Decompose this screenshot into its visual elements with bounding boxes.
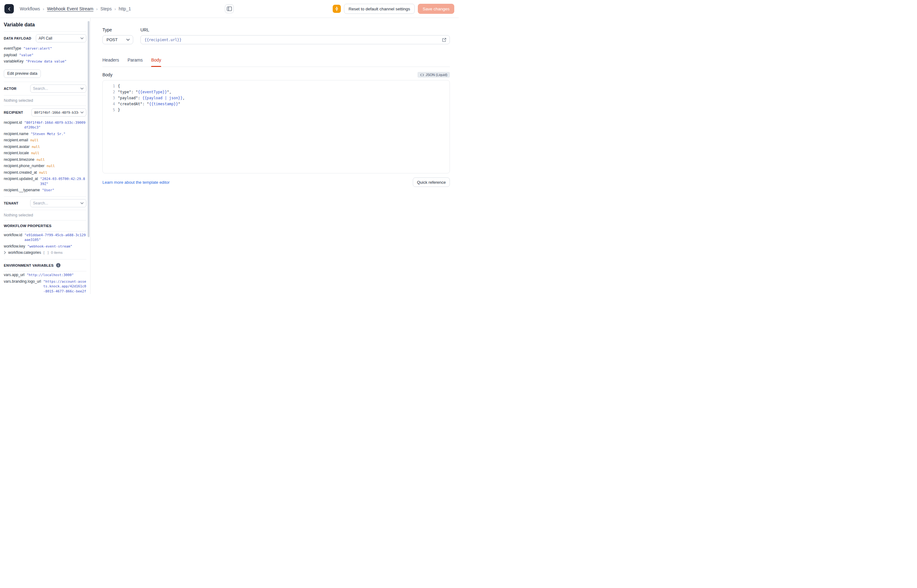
recipient-section: RECIPIENT 80f1f4bf-166d-48f9-b33c recipi… [4,106,86,197]
reset-channel-settings-button[interactable]: Reset to default channel settings [344,4,415,14]
variable-row: workflow.id"e91ddae4-7f99-45cb-a688-3c12… [4,233,86,242]
sidebar-scrollbar[interactable] [88,21,90,237]
external-link-icon[interactable] [442,38,446,42]
variable-row: recipient.created_atnull [4,170,86,175]
breadcrumb-link-workflow-name[interactable]: Webhook Event Stream [47,6,94,11]
chevron-down-icon [81,37,84,39]
editor-footer: Learn more about the template editor Qui… [102,178,450,187]
variable-row: eventType "server:alert" [4,46,86,51]
recipient-select[interactable]: 80f1f4bf-166d-48f9-b33c [31,108,86,116]
workflow-properties-rows: workflow.id"e91ddae4-7f99-45cb-a688-3c12… [4,231,86,260]
tab-headers[interactable]: Headers [102,58,119,66]
info-icon[interactable] [56,263,61,268]
data-payload-label: DATA PAYLOAD [4,36,31,40]
environment-variables-rows: vars.app_url"http://localhost:3000" vars… [4,271,86,294]
type-label: Type [102,27,133,32]
breadcrumb-separator: › [96,6,97,11]
line-number: 5 [103,107,115,113]
sidebar-title-section: Variable data [4,18,86,32]
line-number: 2 [103,89,115,95]
variable-row: recipient.name"Steven Metz Sr." [4,132,86,137]
variable-row: vars.branding.logo_url"https://account-a… [4,279,86,294]
recipient-label: RECIPIENT [4,111,23,114]
body-section-label: Body [102,72,113,77]
url-value: {{recipient.url}} [145,38,182,42]
request-config-row: Type POST URL {{recipient.url}} [102,27,450,44]
url-label: URL [140,27,450,32]
variable-row: recipient.id"80f1f4bf-166d-48f9-b33c-390… [4,120,86,130]
chevron-down-icon [81,202,84,204]
tenant-empty-text: Nothing selected [4,210,86,220]
line-number: 1 [103,83,115,89]
code-line: 3 "payload": {{payload | json}}, [103,95,450,101]
top-bar: Workflows › Webhook Event Stream › Steps… [0,0,458,18]
breadcrumb-separator: › [115,6,116,11]
type-field: Type POST [102,27,133,44]
commit-status-badge[interactable] [333,5,341,13]
panel-toggle-button[interactable] [225,5,234,13]
request-tabs: Headers Params Body [102,58,450,67]
tenant-label: TENANT [4,201,19,205]
breadcrumb-item-workflows[interactable]: Workflows [20,6,40,11]
sidebar-toggle-icon [227,6,232,11]
variable-row: recipient.emailnull [4,138,86,143]
method-select[interactable]: POST [102,35,133,44]
request-editor-panel: Type POST URL {{recipient.url}} [90,18,458,294]
chevron-down-icon [81,88,84,89]
git-commit-icon [334,6,339,11]
save-changes-button[interactable]: Save changes [418,4,454,14]
environment-variables-header-section: ENVIRONMENT VARIABLES [4,260,86,271]
actor-search-select[interactable]: Search... [30,84,86,93]
variable-row: recipient.phone_numbernull [4,164,86,169]
chevron-down-icon [81,111,84,113]
data-payload-section: DATA PAYLOAD API Call eventType "server:… [4,32,86,82]
url-field: URL {{recipient.url}} [140,27,450,44]
variable-row: recipient.updated_at"2024-03-05T00:42:29… [4,176,86,186]
code-line: 5 } [103,107,450,113]
variable-row: payload "value" [4,53,86,58]
variable-row: recipient.timezonenull [4,157,86,162]
quick-reference-button[interactable]: Quick reference [413,178,450,187]
breadcrumb-item-steps: Steps [100,6,112,11]
url-input[interactable]: {{recipient.url}} [140,35,450,44]
variable-row: vars.app_url"http://localhost:3000" [4,273,86,278]
breadcrumb: Workflows › Webhook Event Stream › Steps… [20,6,131,11]
line-number: 3 [103,95,115,101]
environment-variables-header: ENVIRONMENT VARIABLES [4,263,54,267]
tenant-search-select[interactable]: Search... [30,199,86,207]
tab-params[interactable]: Params [128,58,143,66]
variable-row: variableKey "Preview data value" [4,59,86,64]
workflow-properties-header: WORKFLOW PROPERTIES [4,221,86,231]
workflow-properties-header-section: WORKFLOW PROPERTIES [4,221,86,231]
actor-section: ACTOR Search... [4,82,86,95]
code-line: 1 { [103,83,450,89]
actor-empty-text: Nothing selected [4,95,86,105]
chevron-down-icon [126,39,130,41]
variable-data-sidebar: Variable data DATA PAYLOAD API Call even… [0,18,90,294]
tenant-section: TENANT Search... [4,197,86,210]
variable-row: recipient.__typename"User" [4,188,86,193]
line-number: 4 [103,101,115,107]
sidebar-title: Variable data [4,18,86,31]
variable-row: recipient.localenull [4,151,86,156]
back-button[interactable] [5,4,14,13]
edit-preview-data-button[interactable]: Edit preview data [4,69,41,78]
chevron-left-icon [7,6,11,11]
variable-row: workflow.key"webhook-event-stream" [4,244,86,249]
code-line: 2 "type": "{{eventType}}", [103,89,450,95]
body-code-editor[interactable]: 1 { 2 "type": "{{eventType}}", 3 "payloa… [102,80,450,173]
actor-label: ACTOR [4,87,17,90]
code-line: 4 "createdAt": "{{timestamp}}" [103,101,450,107]
breadcrumb-separator: › [43,6,44,11]
learn-more-link[interactable]: Learn more about the template editor [102,180,170,185]
chevron-right-icon [4,251,6,254]
data-payload-select[interactable]: API Call [36,34,86,42]
workflow-categories-row[interactable]: workflow.categories [ ] 0 items [4,250,86,255]
breadcrumb-item-step-name: http_1 [119,6,131,11]
workflow-step-editor: Workflows › Webhook Event Stream › Steps… [0,0,458,294]
language-badge: JSON (Liquid) [418,72,450,78]
topbar-actions: Reset to default channel settings Save c… [333,4,454,14]
tab-body[interactable]: Body [151,58,161,66]
actor-empty-section: Nothing selected [4,95,86,106]
tenant-empty-section: Nothing selected [4,210,86,221]
